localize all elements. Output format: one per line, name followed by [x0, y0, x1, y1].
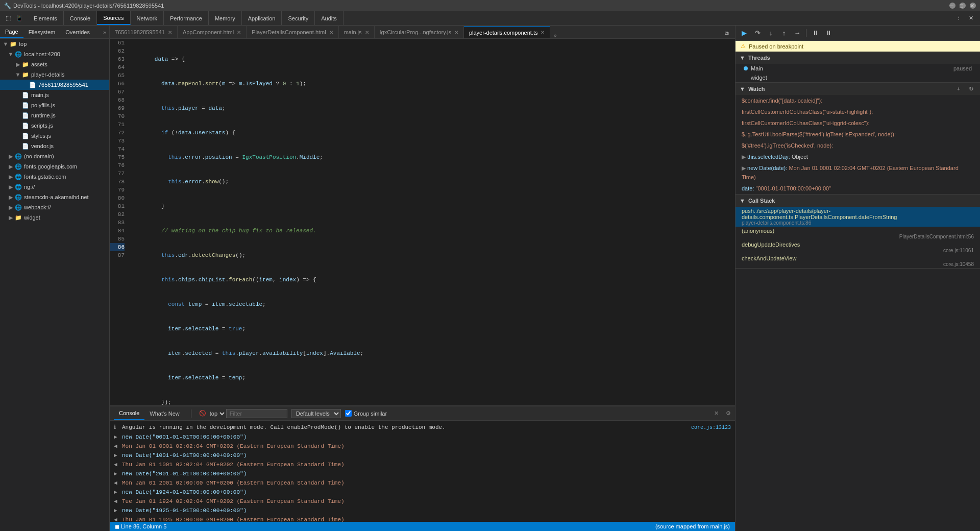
- tab-console[interactable]: Console: [64, 11, 97, 25]
- tree-item-runtime[interactable]: 📄 runtime.js: [0, 110, 109, 120]
- tree-item-file-id[interactable]: 📄 7656119828595541: [0, 80, 109, 90]
- file-tab-main-js[interactable]: main.js ✕: [339, 26, 375, 38]
- tree-item-vendor[interactable]: 📄 vendor.js: [0, 141, 109, 151]
- more-file-tabs-icon[interactable]: »: [550, 32, 559, 38]
- callstack-item-3[interactable]: debugUpdateDirectives core.js:11061: [736, 240, 980, 254]
- pause-warning-icon: ⚠: [741, 43, 746, 50]
- file-tab-playerdetails-html[interactable]: PlayerDetailsComponent.html ✕: [247, 26, 339, 38]
- maximize-btn[interactable]: □: [960, 3, 966, 9]
- tab-security[interactable]: Security: [282, 11, 315, 25]
- thread-main-label: Main: [751, 65, 763, 71]
- tree-item-fonts-google[interactable]: ▶ 🌐 fonts.googleapis.com: [0, 161, 109, 172]
- tree-item-main-js[interactable]: 📄 main.js: [0, 90, 109, 100]
- tree-item-no-domain[interactable]: ▶ 🌐 (no domain): [0, 151, 109, 161]
- debug-stepinto-btn[interactable]: ↓: [765, 28, 776, 39]
- thread-widget-label: widget: [751, 75, 767, 81]
- tree-item-player-details[interactable]: ▼ 📁 player-details: [0, 69, 109, 80]
- tab-network[interactable]: Network: [131, 11, 164, 25]
- console-line-date2-new: ▶ new Date("1001-01-01T00:00:00+00:00"): [110, 451, 735, 460]
- threads-header[interactable]: ▼ Threads: [736, 52, 980, 64]
- console-panel: Console What's New 🚫 top Default levels …: [110, 405, 735, 522]
- file-tree: ▼ 📁 top ▼ 🌐 localhost:4200 ▶ 📁 assets: [0, 39, 109, 531]
- tree-item-assets[interactable]: ▶ 📁 assets: [0, 59, 109, 69]
- close-tab-icon[interactable]: ✕: [365, 30, 369, 35]
- close-btn[interactable]: ✕: [970, 3, 976, 9]
- callstack-item-2[interactable]: (anonymous) PlayerDetailsComponent.html:…: [736, 227, 980, 240]
- inspect-icon[interactable]: ⬚: [3, 13, 13, 23]
- tab-elements[interactable]: Elements: [28, 11, 64, 25]
- split-editor-icon[interactable]: ⧉: [722, 28, 732, 38]
- tree-item-widget[interactable]: ▶ 📁 widget: [0, 212, 109, 223]
- file-tab-appcomponent[interactable]: AppComponent.html ✕: [178, 26, 247, 38]
- overflow-icon[interactable]: ⋮: [953, 13, 964, 23]
- expand-watch-icon2[interactable]: ▶: [742, 165, 747, 171]
- tab-memory[interactable]: Memory: [209, 11, 242, 25]
- expand-icon[interactable]: ▶: [114, 470, 119, 478]
- expand-icon[interactable]: ▶: [114, 506, 119, 515]
- watch-label: Watch: [748, 86, 765, 92]
- tree-item-scripts[interactable]: 📄 scripts.js: [0, 120, 109, 131]
- console-line-date5-new: ▶ new Date("1925-01-01T00:00:00+00:00"): [110, 506, 735, 515]
- expand-icon[interactable]: ▶: [114, 451, 119, 460]
- callstack-item-1[interactable]: push../src/app/player-details/player-det…: [736, 207, 980, 227]
- context-select[interactable]: top: [208, 410, 226, 417]
- tree-item-localhost[interactable]: ▼ 🌐 localhost:4200: [0, 49, 109, 59]
- file-tab-id[interactable]: 7656119828595541 ✕: [110, 26, 178, 38]
- tree-item-steamcdn[interactable]: ▶ 🌐 steamcdn-a.akamaihd.net: [0, 192, 109, 202]
- debug-resume-btn[interactable]: ▶: [739, 28, 750, 39]
- console-filter-input[interactable]: [226, 409, 287, 418]
- group-similar-checkbox[interactable]: [345, 410, 352, 417]
- tab-filesystem[interactable]: Filesystem: [23, 26, 61, 38]
- threads-section: ▼ Threads Main paused widget: [736, 52, 980, 83]
- expand-icon[interactable]: ▶: [114, 488, 119, 496]
- tree-item-fonts-gstatic[interactable]: ▶ 🌐 fonts.gstatic.com: [0, 172, 109, 182]
- tree-item-webpack[interactable]: ▶ 🌐 webpack://: [0, 202, 109, 212]
- expand-watch-icon[interactable]: ▶: [742, 154, 747, 160]
- close-devtools-icon[interactable]: ✕: [966, 13, 976, 23]
- file-tab-igxcircular[interactable]: IgxCircularProg...ngfactory.js ✕: [375, 26, 464, 38]
- tree-item-styles[interactable]: 📄 styles.js: [0, 131, 109, 141]
- console-settings-icon[interactable]: ⚙: [726, 410, 731, 417]
- callstack-arrow-icon: ▼: [740, 198, 745, 204]
- console-tab-console[interactable]: Console: [114, 406, 144, 420]
- close-tab-icon[interactable]: ✕: [237, 30, 241, 35]
- tab-audits[interactable]: Audits: [315, 11, 344, 25]
- clear-console-icon[interactable]: 🚫: [198, 408, 208, 419]
- debug-stepover-btn[interactable]: ↷: [752, 28, 763, 39]
- more-tabs-icon[interactable]: »: [100, 29, 109, 35]
- minimize-btn[interactable]: ─: [949, 3, 955, 9]
- console-level-select[interactable]: Default levels Verbose Info Warnings Err…: [291, 409, 341, 418]
- debug-deactivate-btn[interactable]: ⏸: [810, 28, 821, 39]
- refresh-watch-btn[interactable]: ↻: [966, 84, 976, 94]
- close-tab-icon[interactable]: ✕: [329, 30, 333, 35]
- tab-performance[interactable]: Performance: [164, 11, 209, 25]
- expand-icon[interactable]: ▶: [114, 433, 119, 441]
- close-tab-icon[interactable]: ✕: [168, 30, 172, 35]
- watch-header[interactable]: ▼ Watch + ↻: [736, 83, 980, 95]
- close-console-icon[interactable]: ✕: [714, 410, 719, 417]
- console-tab-whats-new[interactable]: What's New: [144, 406, 184, 420]
- tab-page[interactable]: Page: [0, 26, 23, 38]
- watch-item-4: $.ig.TestUtil.boolParse($('#tree4').igTr…: [736, 129, 980, 140]
- close-active-tab-icon[interactable]: ✕: [541, 30, 545, 35]
- debug-pause-exceptions-btn[interactable]: ⏸: [823, 28, 834, 39]
- callstack-header[interactable]: ▼ Call Stack: [736, 195, 980, 207]
- tree-item-top[interactable]: ▼ 📁 top: [0, 39, 109, 49]
- tab-application[interactable]: Application: [242, 11, 282, 25]
- tab-overrides[interactable]: Overrides: [60, 26, 95, 38]
- top-context-icon[interactable]: top: [212, 408, 222, 419]
- center-panel: 7656119828595541 ✕ AppComponent.html ✕ P…: [110, 26, 735, 531]
- thread-widget: widget: [736, 73, 980, 82]
- app-icon: 🔧: [4, 3, 11, 9]
- tab-sources[interactable]: Sources: [97, 11, 130, 25]
- top-nav: ⬚ 📱 Elements Console Sources Network Per…: [0, 11, 980, 26]
- add-watch-btn[interactable]: +: [953, 84, 964, 94]
- debug-step-btn[interactable]: →: [792, 28, 803, 39]
- file-tab-player-details-ts[interactable]: player-details.component.ts ✕: [464, 26, 551, 38]
- device-icon[interactable]: 📱: [14, 13, 24, 23]
- tree-item-ng[interactable]: ▶ 🌐 ng://: [0, 182, 109, 192]
- debug-stepout-btn[interactable]: ↑: [778, 28, 790, 39]
- tree-item-polyfills[interactable]: 📄 polyfills.js: [0, 100, 109, 110]
- close-tab-icon[interactable]: ✕: [454, 30, 458, 35]
- callstack-item-4[interactable]: checkAndUpdateView core.js:10458: [736, 254, 980, 268]
